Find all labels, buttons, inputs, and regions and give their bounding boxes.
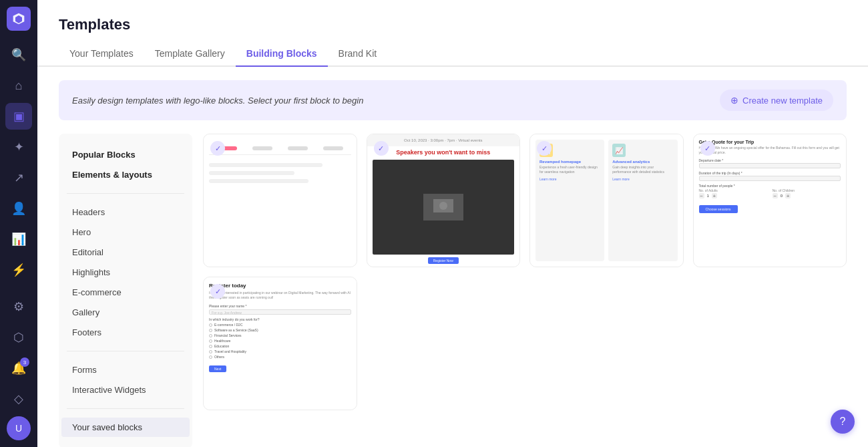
block-card-nav[interactable]: ✓ [203, 134, 357, 267]
content-area: Easily design templates with lego-like b… [37, 67, 868, 447]
register-industry-options: E-commerce / D2C Software as a Service (… [209, 323, 351, 359]
sidebar-item-templates[interactable]: ▣ [5, 103, 32, 130]
hp-link-1: Learn more [539, 177, 600, 181]
trip-form-desc: Hey there! We have an ongoing special of… [699, 146, 841, 155]
search-icon: 🔍 [11, 47, 26, 62]
create-template-button[interactable]: ⊕ Create new template [720, 90, 833, 111]
sidebar-item-notifications[interactable]: 🔔 3 [5, 355, 32, 382]
tab-template-gallery[interactable]: Template Gallery [144, 41, 236, 67]
register-name-label: Please enter your name * [209, 304, 351, 308]
sidebar-item-search[interactable]: 🔍 [5, 41, 32, 68]
block-card-event[interactable]: ✓ Oct 10, 2023 · 3:00pm · 7pm · Virtual … [367, 134, 521, 267]
children-value: 0 [781, 194, 783, 198]
trip-submit-btn: Choose sessions [699, 205, 738, 213]
trip-total-label: Total number of people * [699, 184, 841, 188]
nav-item-popular-blocks[interactable]: Popular Blocks [61, 145, 190, 164]
hp-title-2: Advanced analytics [612, 160, 673, 164]
tab-your-templates[interactable]: Your Templates [59, 41, 144, 67]
sidebar-item-billing[interactable]: ◇ [5, 386, 32, 412]
trip-departure-label: Departure date * [699, 158, 841, 162]
help-icon: ? [840, 416, 846, 428]
block-card-homepage[interactable]: ✓ 📊 Revamped homepage Experience a fresh… [529, 134, 684, 267]
nav-item-editorial[interactable]: Editorial [61, 243, 190, 262]
sidebar-item-integrations[interactable]: ⬡ [5, 324, 32, 351]
nav-item-footers[interactable]: Footers [61, 323, 190, 342]
sidebar-item-share[interactable]: ↗ [5, 164, 32, 191]
radio-healthcare: Healthcare [214, 339, 230, 343]
share-icon: ↗ [14, 170, 24, 185]
card-check-homepage: ✓ [537, 141, 552, 156]
card-preview-nav [204, 134, 357, 267]
nav-item-hero[interactable]: Hero [61, 222, 190, 242]
sidebar-logo[interactable] [7, 7, 31, 31]
block-card-register[interactable]: ✓ Register today If you are interested i… [203, 277, 357, 410]
event-date-info: Oct 10, 2023 · 3:00pm · 7pm · Virtual ev… [367, 134, 520, 146]
nav-section-saved: Your saved blocks [59, 414, 192, 440]
card-check-event: ✓ [374, 141, 389, 156]
card-check-trip: ✓ [700, 141, 715, 156]
tabs-bar: Your Templates Template Gallery Building… [37, 41, 868, 67]
card-preview-trip: Get a Quote for your Trip Hey there! We … [694, 134, 847, 267]
sidebar-item-campaigns[interactable]: ✦ [5, 134, 32, 160]
nav-item-ecommerce[interactable]: E-commerce [61, 283, 190, 302]
trip-duration-input [699, 176, 841, 181]
trip-duration-label: Duration of the trip (In days) * [699, 171, 841, 175]
tab-building-blocks[interactable]: Building Blocks [236, 41, 328, 67]
trip-form-title: Get a Quote for your Trip [699, 140, 841, 144]
children-plus: + [785, 193, 791, 198]
logo-icon [12, 12, 25, 25]
hp-desc-1: Experience a fresh user-friendly design … [539, 165, 600, 174]
avatar[interactable]: U [7, 416, 31, 440]
svg-point-4 [439, 202, 447, 210]
avatar-initials: U [15, 423, 22, 434]
page-title: Templates [59, 16, 847, 33]
adults-minus: − [699, 193, 704, 198]
analytics-icon: 📊 [11, 232, 26, 247]
nav-item-gallery[interactable]: Gallery [61, 303, 190, 322]
integrations-icon: ⬡ [13, 330, 24, 345]
card-check-register: ✓ [210, 284, 225, 299]
sidebar-item-analytics[interactable]: 📊 [5, 226, 32, 253]
notifications-badge: 3 [20, 357, 29, 367]
nav-divider-1 [67, 193, 184, 194]
sidebar-item-settings[interactable]: ⚙ [5, 293, 32, 320]
block-card-trip[interactable]: ✓ Get a Quote for your Trip Hey there! W… [693, 134, 847, 267]
children-minus: − [773, 193, 778, 198]
register-submit-btn: Next [209, 365, 226, 372]
card-preview-event: Oct 10, 2023 · 3:00pm · 7pm · Virtual ev… [367, 134, 520, 267]
nav-preview-item1 [252, 146, 272, 150]
nav-preview-item3 [323, 146, 343, 150]
plus-circle-icon: ⊕ [730, 95, 738, 106]
trip-children-counter: − 0 + [773, 193, 841, 198]
nav-item-interactive-widgets[interactable]: Interactive Widgets [61, 380, 190, 400]
trip-adults-label: No. of Adults [699, 188, 767, 192]
billing-icon: ◇ [14, 392, 23, 406]
sidebar-item-contacts[interactable]: 👤 [5, 195, 32, 222]
nav-item-forms[interactable]: Forms [61, 360, 190, 380]
nav-section-top: Popular Blocks Elements & layouts [59, 142, 192, 188]
hp-title-1: Revamped homepage [539, 160, 600, 164]
nav-item-headers[interactable]: Headers [61, 202, 190, 222]
register-industry-label: In which industry do you work for? [209, 317, 351, 321]
campaigns-icon: ✦ [14, 140, 24, 154]
info-banner: Easily design templates with lego-like b… [59, 80, 847, 120]
body-layout: Popular Blocks Elements & layouts Header… [59, 134, 847, 447]
help-button[interactable]: ? [831, 410, 855, 434]
nav-divider-2 [67, 351, 184, 351]
radio-ecommerce: E-commerce / D2C [214, 323, 243, 327]
nav-item-elements-layouts[interactable]: Elements & layouts [61, 165, 190, 184]
templates-icon: ▣ [13, 109, 25, 124]
register-name-input: For e.g. Joe Andrew [209, 309, 351, 315]
sidebar: 🔍 ⌂ ▣ ✦ ↗ 👤 📊 ⚡ ⚙ ⬡ 🔔 3 ◇ U [0, 0, 37, 447]
nav-item-highlights[interactable]: Highlights [61, 263, 190, 282]
radio-saas: Software as a Service (SaaS) [214, 328, 258, 332]
hp-link-2: Learn more [612, 177, 673, 181]
nav-section-blocks: Headers Hero Editorial Highlights E-comm… [59, 199, 192, 345]
sidebar-item-home[interactable]: ⌂ [5, 72, 32, 99]
settings-icon: ⚙ [13, 299, 24, 314]
sidebar-item-automations[interactable]: ⚡ [5, 257, 32, 283]
tab-brand-kit[interactable]: Brand Kit [328, 41, 388, 67]
card-preview-register: Register today If you are interested in … [204, 277, 357, 410]
nav-item-your-saved-blocks[interactable]: Your saved blocks [61, 418, 190, 437]
register-form-title: Register today [209, 283, 351, 289]
